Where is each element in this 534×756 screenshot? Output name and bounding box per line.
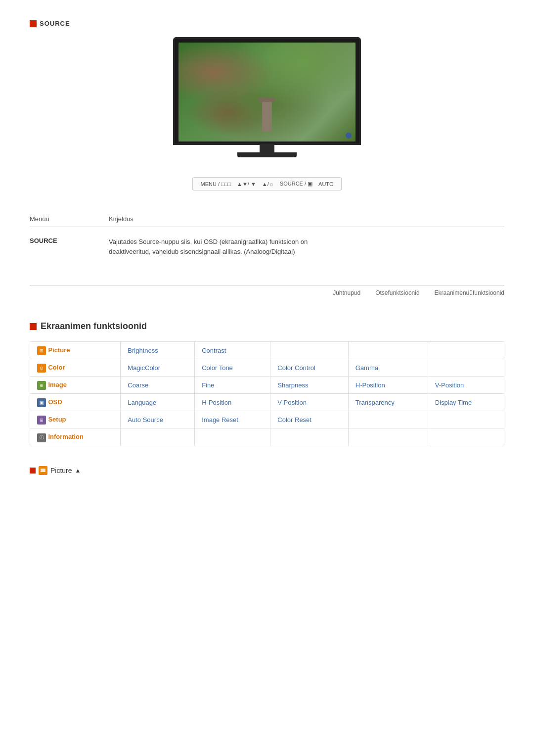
category-image: ⊕ Image	[30, 377, 121, 394]
source-label: SOURCE	[40, 20, 70, 27]
picture-svg-icon	[40, 467, 46, 474]
colorreset-cell: Color Reset	[270, 411, 348, 428]
vposition-image-link[interactable]: V-Position	[435, 381, 464, 389]
monitor	[173, 37, 361, 157]
information-link[interactable]: Information	[48, 433, 84, 440]
information-icon: ⓘ	[37, 433, 46, 442]
desc-data-row: SOURCE Vajutades Source-nuppu siis, kui …	[30, 233, 504, 260]
fine-link[interactable]: Fine	[202, 381, 214, 389]
autosource-link[interactable]: Auto Source	[128, 416, 163, 424]
category-color: ⊙ Color	[30, 359, 121, 377]
monitor-screen	[178, 43, 356, 142]
contrast-cell: Contrast	[195, 342, 270, 359]
empty-cell-10	[348, 428, 428, 446]
monitor-stand-neck	[260, 145, 274, 152]
displaytime-cell: Display Time	[428, 394, 504, 411]
monitor-container	[30, 37, 504, 157]
language-cell: Language	[121, 394, 195, 411]
svg-rect-1	[41, 469, 45, 472]
nav-link-otsefunktsioonid[interactable]: Otsefunktsioonid	[375, 289, 419, 296]
vposition-image-cell: V-Position	[428, 377, 504, 394]
gamma-cell: Gamma	[348, 359, 428, 377]
displaytime-link[interactable]: Display Time	[435, 399, 472, 406]
image-icon: ⊕	[37, 381, 46, 390]
color-link[interactable]: Color	[48, 364, 65, 371]
nav-link-juhtnupud[interactable]: Juhtnupud	[333, 289, 360, 296]
table-row: ⊞ Setup Auto Source Image Reset Color Re…	[30, 411, 504, 428]
control-bar-wrapper: MENU / □□□ ▲▼/ ▼ ▲/☼ SOURCE / ▣ AUTO	[30, 177, 504, 190]
empty-cell-9	[270, 428, 348, 446]
transparency-cell: Transparency	[348, 394, 428, 411]
vposition-osd-cell: V-Position	[270, 394, 348, 411]
control-bar-source: SOURCE / ▣	[280, 181, 312, 187]
empty-cell-8	[195, 428, 270, 446]
transparency-link[interactable]: Transparency	[356, 399, 395, 406]
source-icon	[30, 20, 37, 27]
autosource-cell: Auto Source	[121, 411, 195, 428]
empty-cell-2	[348, 342, 428, 359]
magiccolor-link[interactable]: MagicColor	[128, 364, 160, 372]
colorreset-link[interactable]: Color Reset	[277, 416, 312, 424]
source-header: SOURCE	[30, 20, 504, 27]
fine-cell: Fine	[195, 377, 270, 394]
breadcrumb-up-arrow: ▲	[75, 467, 81, 474]
control-bar-menu: MENU / □□□	[201, 181, 231, 187]
table-row: ▣ OSD Language H-Position V-Position Tra…	[30, 394, 504, 411]
coarse-cell: Coarse	[121, 377, 195, 394]
empty-cell-1	[270, 342, 348, 359]
picture-breadcrumb: Picture ▲	[30, 466, 504, 475]
language-link[interactable]: Language	[128, 399, 156, 406]
brightness-cell: Brightness	[121, 342, 195, 359]
sharpness-link[interactable]: Sharpness	[277, 381, 308, 389]
description-table: Menüü Kirjeldus SOURCE Vajutades Source-…	[30, 215, 504, 260]
menu-table: ⊞ Picture Brightness Contrast ⊙ Color Ma…	[30, 341, 504, 446]
colortone-link[interactable]: Color Tone	[202, 364, 233, 372]
osd-link[interactable]: OSD	[48, 398, 62, 406]
table-row: ⊙ Color MagicColor Color Tone Color Cont…	[30, 359, 504, 377]
colorcontrol-cell: Color Control	[270, 359, 348, 377]
table-row: ⊕ Image Coarse Fine Sharpness H-Position…	[30, 377, 504, 394]
category-information: ⓘ Information	[30, 428, 121, 446]
nav-links: Juhtnupud Otsefunktsioonid Ekraanimenüüf…	[30, 285, 504, 296]
monitor-stand-base	[237, 152, 297, 157]
empty-cell-4	[428, 359, 504, 377]
contrast-link[interactable]: Contrast	[202, 347, 226, 354]
hposition-image-cell: H-Position	[348, 377, 428, 394]
setup-link[interactable]: Setup	[48, 416, 66, 423]
sharpness-cell: Sharpness	[270, 377, 348, 394]
nav-link-ekraanimenyy[interactable]: Ekraanimenüüfunktsioonid	[435, 289, 504, 296]
table-row: ⊞ Picture Brightness Contrast	[30, 342, 504, 359]
monitor-button	[346, 133, 352, 139]
hposition-image-link[interactable]: H-Position	[356, 381, 385, 389]
breadcrumb-picture-icon	[39, 466, 47, 475]
desc-menu-item: SOURCE	[30, 237, 109, 256]
table-row: ⓘ Information	[30, 428, 504, 446]
vposition-osd-link[interactable]: V-Position	[277, 399, 307, 406]
section-title: Ekraanimen funktsioonid	[41, 321, 147, 331]
imagereset-cell: Image Reset	[195, 411, 270, 428]
control-bar-nav: ▲▼/ ▼	[237, 181, 256, 187]
control-bar-brightness: ▲/☼	[262, 181, 274, 187]
picture-icon: ⊞	[37, 346, 46, 355]
category-picture: ⊞ Picture	[30, 342, 121, 359]
brightness-link[interactable]: Brightness	[128, 347, 158, 354]
setup-icon: ⊞	[37, 416, 46, 425]
image-link[interactable]: Image	[48, 381, 67, 388]
category-setup: ⊞ Setup	[30, 411, 121, 428]
imagereset-link[interactable]: Image Reset	[202, 416, 238, 424]
empty-cell-3	[428, 342, 504, 359]
gamma-link[interactable]: Gamma	[356, 364, 378, 372]
hposition-osd-cell: H-Position	[195, 394, 270, 411]
desc-col2-header: Kirjeldus	[109, 215, 134, 223]
colorcontrol-link[interactable]: Color Control	[277, 364, 315, 372]
empty-cell-5	[348, 411, 428, 428]
monitor-pagoda	[262, 102, 272, 132]
empty-cell-7	[121, 428, 195, 446]
section-arrow-icon	[30, 323, 37, 330]
picture-link[interactable]: Picture	[48, 346, 70, 354]
empty-cell-11	[428, 428, 504, 446]
category-osd: ▣ OSD	[30, 394, 121, 411]
breadcrumb-picture-label: Picture	[50, 467, 72, 474]
hposition-osd-link[interactable]: H-Position	[202, 399, 231, 406]
coarse-link[interactable]: Coarse	[128, 381, 148, 389]
